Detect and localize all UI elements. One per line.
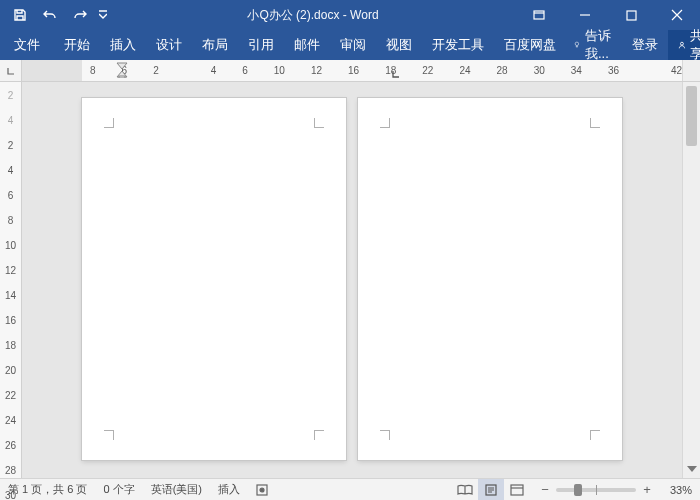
svg-rect-8	[511, 485, 523, 495]
ruler-tick: 6	[242, 65, 248, 76]
share-label: 共享	[690, 27, 700, 63]
tab-selector[interactable]	[0, 60, 22, 81]
zoom-in-button[interactable]: +	[640, 482, 654, 497]
save-button[interactable]	[6, 2, 34, 28]
redo-button[interactable]	[66, 2, 94, 28]
ruler-tick: 12	[311, 65, 322, 76]
ruler-tick: 10	[274, 65, 285, 76]
margin-mark	[380, 118, 390, 128]
ruler-tick: 8	[8, 215, 14, 226]
web-layout-button[interactable]	[504, 479, 530, 500]
margin-mark	[380, 430, 390, 440]
horizontal-ruler[interactable]: 86246101216182224283034364246	[82, 60, 682, 81]
svg-point-3	[680, 42, 683, 45]
ruler-tick: 4	[8, 115, 14, 126]
window-title: 小Q办公 (2).docx - Word	[110, 7, 516, 24]
ruler-tick: 26	[5, 440, 16, 451]
tab-9[interactable]: 百度网盘	[494, 30, 566, 60]
margin-mark	[104, 118, 114, 128]
tell-me-search[interactable]: 告诉我...	[566, 30, 622, 60]
ruler-tick: 2	[8, 140, 14, 151]
login-button[interactable]: 登录	[622, 30, 668, 60]
svg-rect-4	[119, 76, 125, 78]
svg-rect-1	[627, 11, 636, 20]
margin-mark	[314, 118, 324, 128]
maximize-button[interactable]	[608, 0, 654, 30]
ruler-tick: 16	[5, 315, 16, 326]
margin-mark	[104, 430, 114, 440]
scrollbar-thumb[interactable]	[686, 86, 697, 146]
scroll-down-button[interactable]	[683, 462, 700, 478]
undo-button[interactable]	[36, 2, 64, 28]
tab-3[interactable]: 布局	[192, 30, 238, 60]
tab-file[interactable]: 文件	[0, 30, 54, 60]
ruler-tick: 28	[5, 465, 16, 476]
tab-1[interactable]: 插入	[100, 30, 146, 60]
ruler-tick: 6	[8, 190, 14, 201]
tab-stop-marker[interactable]	[392, 69, 400, 80]
word-count[interactable]: 0 个字	[95, 479, 142, 500]
ruler-tick: 24	[5, 415, 16, 426]
qat-customize-button[interactable]	[96, 2, 110, 28]
macro-record-button[interactable]	[248, 479, 276, 500]
read-mode-button[interactable]	[452, 479, 478, 500]
tab-8[interactable]: 开发工具	[422, 30, 494, 60]
vertical-ruler[interactable]: 2424681012141618202224262830323436384042…	[0, 82, 22, 478]
view-switcher	[452, 479, 530, 500]
svg-point-6	[260, 488, 264, 492]
margin-mark	[590, 430, 600, 440]
quick-access-toolbar	[0, 2, 110, 28]
ruler-tick: 16	[348, 65, 359, 76]
ruler-tick: 30	[534, 65, 545, 76]
page-2[interactable]	[358, 98, 622, 460]
share-button[interactable]: 共享	[668, 30, 700, 60]
ruler-tick: 34	[571, 65, 582, 76]
tab-6[interactable]: 审阅	[330, 30, 376, 60]
status-bar: 第 1 页，共 6 页 0 个字 英语(美国) 插入 − + 33%	[0, 478, 700, 500]
ruler-tick: 22	[422, 65, 433, 76]
document-area[interactable]	[22, 82, 682, 478]
pages	[82, 98, 622, 460]
ruler-tick: 10	[5, 240, 16, 251]
ruler-tick: 18	[5, 340, 16, 351]
zoom-slider[interactable]	[556, 488, 636, 492]
ruler-tick: 8	[90, 65, 96, 76]
print-layout-button[interactable]	[478, 479, 504, 500]
ruler-tick: 14	[5, 290, 16, 301]
ruler-tick: 2	[8, 90, 14, 101]
indent-marker[interactable]	[116, 62, 128, 78]
ruler-row: 86246101216182224283034364246	[0, 60, 700, 82]
svg-rect-0	[534, 11, 544, 19]
tab-4[interactable]: 引用	[238, 30, 284, 60]
margin-mark	[314, 430, 324, 440]
window-controls	[516, 0, 700, 30]
zoom-slider-thumb[interactable]	[574, 484, 582, 496]
vertical-scrollbar[interactable]	[682, 82, 700, 478]
zoom-controls: − +	[530, 482, 662, 497]
ruler-tick: 12	[5, 265, 16, 276]
svg-point-2	[575, 42, 578, 45]
ruler-tick: 22	[5, 390, 16, 401]
title-bar: 小Q办公 (2).docx - Word	[0, 0, 700, 30]
tab-7[interactable]: 视图	[376, 30, 422, 60]
close-button[interactable]	[654, 0, 700, 30]
workspace: 2424681012141618202224262830323436384042…	[0, 82, 700, 478]
minimize-button[interactable]	[562, 0, 608, 30]
ribbon-display-options-button[interactable]	[516, 0, 562, 30]
tab-0[interactable]: 开始	[54, 30, 100, 60]
zoom-level[interactable]: 33%	[662, 479, 700, 500]
insert-mode[interactable]: 插入	[210, 479, 248, 500]
ruler-tick: 4	[211, 65, 217, 76]
language-status[interactable]: 英语(美国)	[143, 479, 210, 500]
tab-5[interactable]: 邮件	[284, 30, 330, 60]
ruler-tick: 30	[5, 490, 16, 500]
ruler-tick: 2	[153, 65, 159, 76]
ruler-tick: 20	[5, 365, 16, 376]
ribbon-tabs: 文件 开始插入设计布局引用邮件审阅视图开发工具百度网盘 告诉我... 登录 共享	[0, 30, 700, 60]
page-1[interactable]	[82, 98, 346, 460]
tab-2[interactable]: 设计	[146, 30, 192, 60]
margin-mark	[590, 118, 600, 128]
zoom-out-button[interactable]: −	[538, 482, 552, 497]
tell-me-label: 告诉我...	[585, 27, 614, 63]
ruler-tick: 4	[8, 165, 14, 176]
